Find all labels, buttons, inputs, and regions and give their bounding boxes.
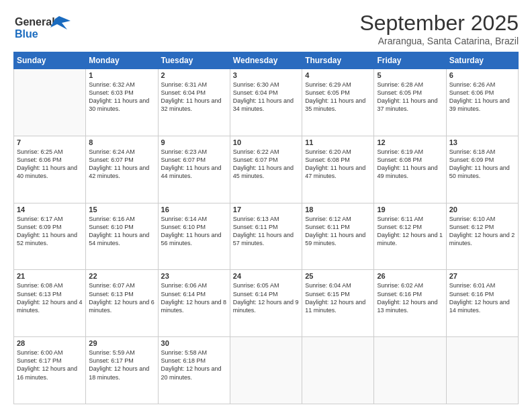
table-row: 1Sunrise: 6:32 AMSunset: 6:03 PMDaylight… (86, 69, 158, 136)
day-number: 2 (161, 71, 227, 79)
day-number: 8 (89, 138, 154, 146)
day-number: 3 (233, 71, 299, 79)
day-number: 21 (17, 272, 83, 280)
table-row: 21Sunrise: 6:08 AMSunset: 6:13 PMDayligh… (14, 270, 86, 337)
day-info: Sunrise: 6:06 AMSunset: 6:14 PMDaylight:… (161, 281, 227, 314)
header-wednesday: Wednesday (230, 52, 302, 69)
day-info: Sunrise: 6:28 AMSunset: 6:05 PMDaylight:… (377, 81, 443, 113)
table-row: 24Sunrise: 6:05 AMSunset: 6:14 PMDayligh… (230, 270, 302, 337)
calendar-header-row: Sunday Monday Tuesday Wednesday Thursday… (14, 52, 519, 69)
day-number: 22 (89, 272, 154, 280)
day-number: 11 (305, 138, 371, 146)
page: General Blue September 2025 Ararangua, S… (0, 0, 532, 411)
day-number: 19 (377, 205, 443, 214)
table-row: 23Sunrise: 6:06 AMSunset: 6:14 PMDayligh… (158, 270, 230, 337)
day-number: 27 (449, 272, 515, 280)
day-number: 14 (17, 205, 83, 214)
calendar-week-2: 14Sunrise: 6:17 AMSunset: 6:09 PMDayligh… (14, 203, 519, 270)
day-number: 16 (161, 205, 227, 214)
day-info: Sunrise: 6:02 AMSunset: 6:16 PMDaylight:… (377, 281, 443, 314)
day-number: 20 (449, 205, 515, 214)
day-info: Sunrise: 5:59 AMSunset: 6:17 PMDaylight:… (89, 349, 154, 381)
day-info: Sunrise: 6:13 AMSunset: 6:11 PMDaylight:… (233, 215, 299, 248)
day-info: Sunrise: 6:16 AMSunset: 6:10 PMDaylight:… (89, 215, 154, 248)
day-number: 24 (233, 272, 299, 280)
table-row: 6Sunrise: 6:26 AMSunset: 6:06 PMDaylight… (446, 69, 518, 136)
day-number: 1 (89, 71, 154, 79)
header-monday: Monday (86, 52, 158, 69)
day-number: 7 (17, 138, 83, 146)
table-row: 9Sunrise: 6:23 AMSunset: 6:07 PMDaylight… (158, 136, 230, 203)
table-row: 17Sunrise: 6:13 AMSunset: 6:11 PMDayligh… (230, 203, 302, 270)
title-section: September 2025 Ararangua, Santa Catarina… (359, 11, 519, 46)
logo-svg: General Blue (13, 11, 74, 44)
header-tuesday: Tuesday (158, 52, 230, 69)
table-row: 5Sunrise: 6:28 AMSunset: 6:05 PMDaylight… (374, 69, 446, 136)
day-info: Sunrise: 6:10 AMSunset: 6:12 PMDaylight:… (449, 215, 515, 248)
table-row: 12Sunrise: 6:19 AMSunset: 6:08 PMDayligh… (374, 136, 446, 203)
header-friday: Friday (374, 52, 446, 69)
table-row: 30Sunrise: 5:58 AMSunset: 6:18 PMDayligh… (158, 337, 230, 404)
table-row: 25Sunrise: 6:04 AMSunset: 6:15 PMDayligh… (302, 270, 374, 337)
calendar-table: Sunday Monday Tuesday Wednesday Thursday… (13, 52, 519, 404)
day-info: Sunrise: 6:05 AMSunset: 6:14 PMDaylight:… (233, 281, 299, 314)
table-row: 4Sunrise: 6:29 AMSunset: 6:05 PMDaylight… (302, 69, 374, 136)
day-info: Sunrise: 6:17 AMSunset: 6:09 PMDaylight:… (17, 215, 83, 248)
day-info: Sunrise: 6:08 AMSunset: 6:13 PMDaylight:… (17, 281, 83, 314)
day-info: Sunrise: 6:01 AMSunset: 6:16 PMDaylight:… (449, 281, 515, 314)
day-info: Sunrise: 6:04 AMSunset: 6:15 PMDaylight:… (305, 281, 371, 314)
calendar-week-4: 28Sunrise: 6:00 AMSunset: 6:17 PMDayligh… (14, 337, 519, 404)
table-row: 29Sunrise: 5:59 AMSunset: 6:17 PMDayligh… (86, 337, 158, 404)
day-number: 12 (377, 138, 443, 146)
table-row (374, 337, 446, 404)
day-info: Sunrise: 5:58 AMSunset: 6:18 PMDaylight:… (161, 349, 227, 381)
table-row (446, 337, 518, 404)
table-row (302, 337, 374, 404)
table-row: 16Sunrise: 6:14 AMSunset: 6:10 PMDayligh… (158, 203, 230, 270)
day-number: 29 (89, 339, 154, 347)
day-number: 15 (89, 205, 154, 214)
header-thursday: Thursday (302, 52, 374, 69)
day-info: Sunrise: 6:18 AMSunset: 6:09 PMDaylight:… (449, 148, 515, 181)
day-number: 30 (161, 339, 227, 347)
table-row: 14Sunrise: 6:17 AMSunset: 6:09 PMDayligh… (14, 203, 86, 270)
table-row: 20Sunrise: 6:10 AMSunset: 6:12 PMDayligh… (446, 203, 518, 270)
day-info: Sunrise: 6:29 AMSunset: 6:05 PMDaylight:… (305, 81, 371, 113)
day-info: Sunrise: 6:00 AMSunset: 6:17 PMDaylight:… (17, 349, 83, 381)
calendar-week-0: 1Sunrise: 6:32 AMSunset: 6:03 PMDaylight… (14, 69, 519, 136)
table-row: 15Sunrise: 6:16 AMSunset: 6:10 PMDayligh… (86, 203, 158, 270)
table-row: 26Sunrise: 6:02 AMSunset: 6:16 PMDayligh… (374, 270, 446, 337)
header-saturday: Saturday (446, 52, 518, 69)
day-info: Sunrise: 6:12 AMSunset: 6:11 PMDaylight:… (305, 215, 371, 248)
table-row: 19Sunrise: 6:11 AMSunset: 6:12 PMDayligh… (374, 203, 446, 270)
day-number: 6 (449, 71, 515, 79)
header-sunday: Sunday (14, 52, 86, 69)
day-info: Sunrise: 6:25 AMSunset: 6:06 PMDaylight:… (17, 148, 83, 181)
table-row: 10Sunrise: 6:22 AMSunset: 6:07 PMDayligh… (230, 136, 302, 203)
day-info: Sunrise: 6:22 AMSunset: 6:07 PMDaylight:… (233, 148, 299, 181)
day-number: 18 (305, 205, 371, 214)
svg-text:General: General (15, 16, 55, 28)
table-row: 22Sunrise: 6:07 AMSunset: 6:13 PMDayligh… (86, 270, 158, 337)
day-info: Sunrise: 6:19 AMSunset: 6:08 PMDaylight:… (377, 148, 443, 181)
location: Ararangua, Santa Catarina, Brazil (359, 36, 519, 46)
day-number: 28 (17, 339, 83, 347)
day-number: 13 (449, 138, 515, 146)
day-info: Sunrise: 6:23 AMSunset: 6:07 PMDaylight:… (161, 148, 227, 181)
logo: General Blue (13, 11, 74, 44)
table-row (230, 337, 302, 404)
day-number: 10 (233, 138, 299, 146)
table-row: 8Sunrise: 6:24 AMSunset: 6:07 PMDaylight… (86, 136, 158, 203)
day-info: Sunrise: 6:14 AMSunset: 6:10 PMDaylight:… (161, 215, 227, 248)
calendar-week-1: 7Sunrise: 6:25 AMSunset: 6:06 PMDaylight… (14, 136, 519, 203)
table-row: 18Sunrise: 6:12 AMSunset: 6:11 PMDayligh… (302, 203, 374, 270)
day-info: Sunrise: 6:24 AMSunset: 6:07 PMDaylight:… (89, 148, 154, 181)
month-title: September 2025 (359, 11, 519, 36)
day-info: Sunrise: 6:07 AMSunset: 6:13 PMDaylight:… (89, 281, 154, 314)
day-info: Sunrise: 6:11 AMSunset: 6:12 PMDaylight:… (377, 215, 443, 248)
table-row: 11Sunrise: 6:20 AMSunset: 6:08 PMDayligh… (302, 136, 374, 203)
table-row: 7Sunrise: 6:25 AMSunset: 6:06 PMDaylight… (14, 136, 86, 203)
table-row: 2Sunrise: 6:31 AMSunset: 6:04 PMDaylight… (158, 69, 230, 136)
day-info: Sunrise: 6:30 AMSunset: 6:04 PMDaylight:… (233, 81, 299, 113)
table-row: 13Sunrise: 6:18 AMSunset: 6:09 PMDayligh… (446, 136, 518, 203)
